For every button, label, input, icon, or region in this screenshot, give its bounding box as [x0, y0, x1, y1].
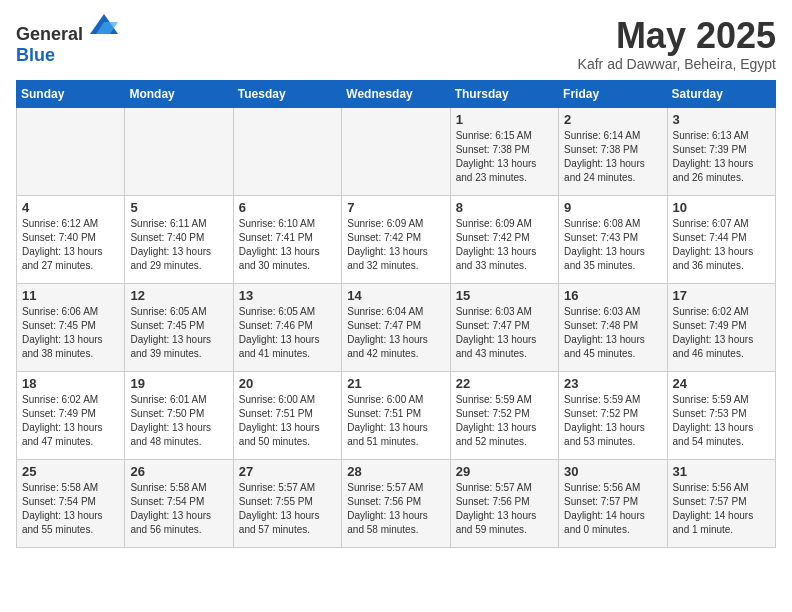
- calendar-cell: 3Sunrise: 6:13 AMSunset: 7:39 PMDaylight…: [667, 107, 775, 195]
- calendar-cell: [342, 107, 450, 195]
- calendar-cell: [125, 107, 233, 195]
- day-number: 20: [239, 376, 336, 391]
- logo-general: General: [16, 24, 83, 44]
- calendar-cell: 21Sunrise: 6:00 AMSunset: 7:51 PMDayligh…: [342, 371, 450, 459]
- day-number: 3: [673, 112, 770, 127]
- calendar-cell: 14Sunrise: 6:04 AMSunset: 7:47 PMDayligh…: [342, 283, 450, 371]
- calendar-cell: 30Sunrise: 5:56 AMSunset: 7:57 PMDayligh…: [559, 459, 667, 547]
- calendar-cell: 28Sunrise: 5:57 AMSunset: 7:56 PMDayligh…: [342, 459, 450, 547]
- day-info: Sunrise: 6:00 AMSunset: 7:51 PMDaylight:…: [239, 393, 336, 449]
- weekday-row: SundayMondayTuesdayWednesdayThursdayFrid…: [17, 80, 776, 107]
- day-number: 24: [673, 376, 770, 391]
- day-info: Sunrise: 6:13 AMSunset: 7:39 PMDaylight:…: [673, 129, 770, 185]
- calendar-cell: 15Sunrise: 6:03 AMSunset: 7:47 PMDayligh…: [450, 283, 558, 371]
- day-number: 28: [347, 464, 444, 479]
- day-info: Sunrise: 6:15 AMSunset: 7:38 PMDaylight:…: [456, 129, 553, 185]
- day-number: 10: [673, 200, 770, 215]
- weekday-header-sunday: Sunday: [17, 80, 125, 107]
- day-number: 30: [564, 464, 661, 479]
- day-number: 4: [22, 200, 119, 215]
- location-title: Kafr ad Dawwar, Beheira, Egypt: [578, 56, 776, 72]
- calendar-body: 1Sunrise: 6:15 AMSunset: 7:38 PMDaylight…: [17, 107, 776, 547]
- weekday-header-friday: Friday: [559, 80, 667, 107]
- day-info: Sunrise: 6:03 AMSunset: 7:47 PMDaylight:…: [456, 305, 553, 361]
- day-number: 29: [456, 464, 553, 479]
- calendar-cell: 29Sunrise: 5:57 AMSunset: 7:56 PMDayligh…: [450, 459, 558, 547]
- logo: General Blue: [16, 16, 118, 66]
- day-number: 12: [130, 288, 227, 303]
- day-info: Sunrise: 5:57 AMSunset: 7:56 PMDaylight:…: [347, 481, 444, 537]
- day-number: 14: [347, 288, 444, 303]
- day-number: 9: [564, 200, 661, 215]
- day-number: 27: [239, 464, 336, 479]
- calendar-cell: 13Sunrise: 6:05 AMSunset: 7:46 PMDayligh…: [233, 283, 341, 371]
- day-number: 16: [564, 288, 661, 303]
- day-info: Sunrise: 6:05 AMSunset: 7:46 PMDaylight:…: [239, 305, 336, 361]
- day-info: Sunrise: 6:12 AMSunset: 7:40 PMDaylight:…: [22, 217, 119, 273]
- calendar-cell: 5Sunrise: 6:11 AMSunset: 7:40 PMDaylight…: [125, 195, 233, 283]
- calendar-cell: 9Sunrise: 6:08 AMSunset: 7:43 PMDaylight…: [559, 195, 667, 283]
- day-number: 11: [22, 288, 119, 303]
- day-info: Sunrise: 6:01 AMSunset: 7:50 PMDaylight:…: [130, 393, 227, 449]
- calendar-cell: 20Sunrise: 6:00 AMSunset: 7:51 PMDayligh…: [233, 371, 341, 459]
- title-block: May 2025 Kafr ad Dawwar, Beheira, Egypt: [578, 16, 776, 72]
- day-number: 6: [239, 200, 336, 215]
- weekday-header-monday: Monday: [125, 80, 233, 107]
- day-info: Sunrise: 6:02 AMSunset: 7:49 PMDaylight:…: [673, 305, 770, 361]
- day-number: 2: [564, 112, 661, 127]
- logo-icon: [90, 14, 118, 38]
- day-info: Sunrise: 6:11 AMSunset: 7:40 PMDaylight:…: [130, 217, 227, 273]
- weekday-header-tuesday: Tuesday: [233, 80, 341, 107]
- day-info: Sunrise: 5:56 AMSunset: 7:57 PMDaylight:…: [673, 481, 770, 537]
- day-number: 26: [130, 464, 227, 479]
- logo-text: General Blue: [16, 16, 118, 66]
- calendar-header: SundayMondayTuesdayWednesdayThursdayFrid…: [17, 80, 776, 107]
- calendar-week-1: 1Sunrise: 6:15 AMSunset: 7:38 PMDaylight…: [17, 107, 776, 195]
- logo-blue: Blue: [16, 45, 55, 65]
- day-info: Sunrise: 5:59 AMSunset: 7:52 PMDaylight:…: [456, 393, 553, 449]
- day-info: Sunrise: 6:03 AMSunset: 7:48 PMDaylight:…: [564, 305, 661, 361]
- day-number: 8: [456, 200, 553, 215]
- calendar-cell: [17, 107, 125, 195]
- calendar-week-4: 18Sunrise: 6:02 AMSunset: 7:49 PMDayligh…: [17, 371, 776, 459]
- calendar-cell: 31Sunrise: 5:56 AMSunset: 7:57 PMDayligh…: [667, 459, 775, 547]
- calendar-cell: 1Sunrise: 6:15 AMSunset: 7:38 PMDaylight…: [450, 107, 558, 195]
- weekday-header-thursday: Thursday: [450, 80, 558, 107]
- day-number: 25: [22, 464, 119, 479]
- day-info: Sunrise: 6:10 AMSunset: 7:41 PMDaylight:…: [239, 217, 336, 273]
- calendar-cell: 7Sunrise: 6:09 AMSunset: 7:42 PMDaylight…: [342, 195, 450, 283]
- day-info: Sunrise: 6:02 AMSunset: 7:49 PMDaylight:…: [22, 393, 119, 449]
- calendar-cell: 22Sunrise: 5:59 AMSunset: 7:52 PMDayligh…: [450, 371, 558, 459]
- day-info: Sunrise: 6:06 AMSunset: 7:45 PMDaylight:…: [22, 305, 119, 361]
- day-number: 5: [130, 200, 227, 215]
- calendar-cell: 10Sunrise: 6:07 AMSunset: 7:44 PMDayligh…: [667, 195, 775, 283]
- day-number: 19: [130, 376, 227, 391]
- calendar-week-3: 11Sunrise: 6:06 AMSunset: 7:45 PMDayligh…: [17, 283, 776, 371]
- day-info: Sunrise: 5:58 AMSunset: 7:54 PMDaylight:…: [130, 481, 227, 537]
- day-info: Sunrise: 5:57 AMSunset: 7:55 PMDaylight:…: [239, 481, 336, 537]
- calendar-table: SundayMondayTuesdayWednesdayThursdayFrid…: [16, 80, 776, 548]
- calendar-cell: 16Sunrise: 6:03 AMSunset: 7:48 PMDayligh…: [559, 283, 667, 371]
- day-info: Sunrise: 6:09 AMSunset: 7:42 PMDaylight:…: [456, 217, 553, 273]
- day-number: 18: [22, 376, 119, 391]
- day-info: Sunrise: 6:05 AMSunset: 7:45 PMDaylight:…: [130, 305, 227, 361]
- calendar-cell: 11Sunrise: 6:06 AMSunset: 7:45 PMDayligh…: [17, 283, 125, 371]
- day-info: Sunrise: 6:04 AMSunset: 7:47 PMDaylight:…: [347, 305, 444, 361]
- calendar-cell: 26Sunrise: 5:58 AMSunset: 7:54 PMDayligh…: [125, 459, 233, 547]
- day-info: Sunrise: 6:00 AMSunset: 7:51 PMDaylight:…: [347, 393, 444, 449]
- day-number: 15: [456, 288, 553, 303]
- day-number: 23: [564, 376, 661, 391]
- calendar-cell: 18Sunrise: 6:02 AMSunset: 7:49 PMDayligh…: [17, 371, 125, 459]
- day-number: 21: [347, 376, 444, 391]
- page-header: General Blue May 2025 Kafr ad Dawwar, Be…: [16, 16, 776, 72]
- calendar-cell: 6Sunrise: 6:10 AMSunset: 7:41 PMDaylight…: [233, 195, 341, 283]
- calendar-cell: [233, 107, 341, 195]
- calendar-week-2: 4Sunrise: 6:12 AMSunset: 7:40 PMDaylight…: [17, 195, 776, 283]
- day-info: Sunrise: 6:07 AMSunset: 7:44 PMDaylight:…: [673, 217, 770, 273]
- month-title: May 2025: [578, 16, 776, 56]
- day-number: 31: [673, 464, 770, 479]
- calendar-cell: 25Sunrise: 5:58 AMSunset: 7:54 PMDayligh…: [17, 459, 125, 547]
- calendar-cell: 19Sunrise: 6:01 AMSunset: 7:50 PMDayligh…: [125, 371, 233, 459]
- calendar-cell: 2Sunrise: 6:14 AMSunset: 7:38 PMDaylight…: [559, 107, 667, 195]
- weekday-header-wednesday: Wednesday: [342, 80, 450, 107]
